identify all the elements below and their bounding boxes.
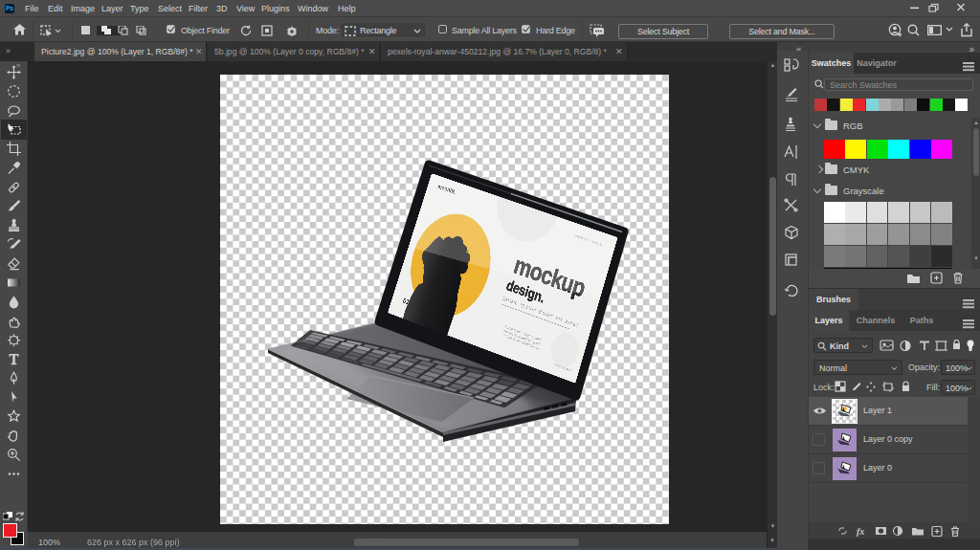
svg-text:fx: fx (857, 526, 864, 537)
